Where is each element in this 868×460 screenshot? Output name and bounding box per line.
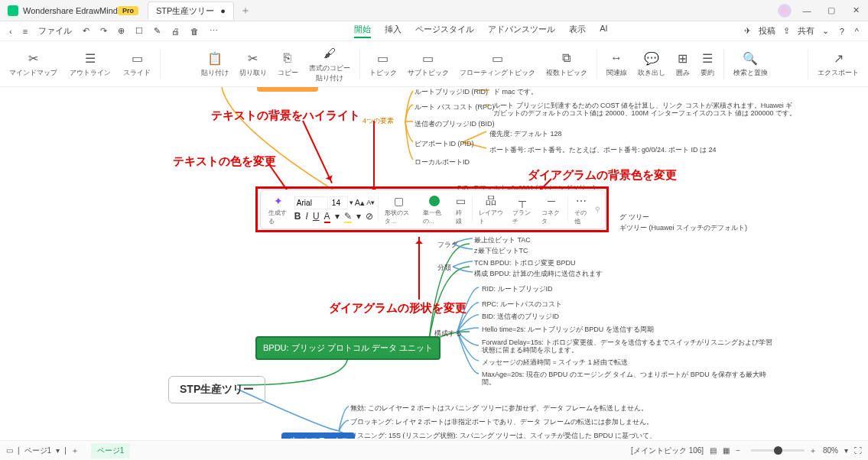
collapse-icon[interactable]: ^: [852, 25, 862, 37]
minimize-button[interactable]: —: [798, 6, 816, 15]
panel-icon[interactable]: ▭: [6, 446, 13, 455]
tool-icon[interactable]: ✎: [151, 24, 164, 37]
chevron-down-icon[interactable]: ▾: [56, 446, 60, 455]
cut-icon: ✂: [248, 50, 258, 66]
connector[interactable]: ─コネクタ: [538, 194, 564, 225]
arrow: [302, 121, 333, 183]
menu-button[interactable]: ≡: [20, 25, 31, 37]
italic-button[interactable]: I: [306, 211, 308, 223]
ribbon-formatcopy[interactable]: 🖌書式のコピー 貼り付け: [304, 45, 355, 83]
chevron-down-icon[interactable]: ⌄: [819, 24, 832, 37]
font-input[interactable]: [294, 196, 328, 209]
fullscreen-icon[interactable]: ⛶: [854, 446, 862, 455]
font-increase[interactable]: A▴: [355, 198, 365, 208]
ribbon-callout[interactable]: 💬吹き出し: [633, 50, 670, 78]
page-select[interactable]: ページ1: [24, 445, 52, 456]
branch[interactable]: ┬ブランチ: [509, 194, 535, 225]
ribbon-search[interactable]: 🔍検索と置換: [729, 50, 772, 78]
ribbon-summary[interactable]: ☰要約: [696, 50, 719, 78]
ribbon-relation[interactable]: ↔関連線: [602, 50, 632, 78]
ribbon-export[interactable]: ↗エクスポート: [813, 50, 863, 78]
ribbon-copy[interactable]: ⎘コピー: [273, 50, 303, 78]
top-node[interactable]: [257, 87, 318, 92]
document-tab[interactable]: STP生産ツリー ●: [148, 2, 234, 20]
post-label[interactable]: 投稿: [759, 25, 775, 37]
add-page[interactable]: ＋: [71, 445, 79, 456]
tool-icon[interactable]: 🗑: [187, 25, 202, 37]
ribbon-boundary[interactable]: ⊞囲み: [671, 50, 694, 78]
tool-icon[interactable]: ⋯: [206, 24, 221, 37]
ribbon-mindmap[interactable]: ✂マインドマップ: [5, 50, 62, 78]
layout[interactable]: 品レイアウト: [476, 194, 506, 225]
fontcolor-button[interactable]: A: [324, 211, 330, 223]
ribbon-cut[interactable]: ✂切り取り: [235, 50, 271, 78]
chevron-down-icon[interactable]: ▾: [349, 199, 353, 206]
underline-button[interactable]: U: [313, 211, 320, 223]
node[interactable]: 4つの要素: [362, 116, 394, 126]
maximize-button[interactable]: ▢: [822, 5, 840, 15]
ribbon-paste[interactable]: 📋貼り付け: [197, 50, 233, 78]
ribbon-subtopic[interactable]: ▭サブトピック: [403, 50, 454, 78]
tool-icon[interactable]: ☐: [132, 24, 146, 37]
share-icon[interactable]: ⇪: [780, 24, 793, 37]
page-tab[interactable]: ページ1: [91, 443, 131, 458]
zoom-in[interactable]: ＋: [809, 445, 817, 456]
zoom-out[interactable]: −: [736, 446, 740, 455]
connector-icon: ─: [548, 194, 555, 208]
tool-icon[interactable]: 🖨: [168, 25, 183, 37]
ribbon-outline[interactable]: ☰アウトライン: [65, 50, 115, 78]
tool-icon[interactable]: ⊕: [115, 24, 128, 37]
zoom-slider[interactable]: [751, 449, 805, 452]
ribbon-floating[interactable]: ▭フローティングトピック: [455, 50, 540, 78]
pin-icon[interactable]: ⚲: [595, 206, 600, 213]
port-status-node[interactable]: ポートステータス: [281, 432, 355, 439]
view-icon[interactable]: ▤: [710, 446, 717, 455]
view-icon[interactable]: ▦: [723, 446, 730, 455]
clear-format[interactable]: ⊘: [366, 211, 373, 223]
node[interactable]: フラグ: [437, 240, 458, 250]
bpdu-node[interactable]: BPDU: ブリッジ プロトコル データ ユニット: [255, 336, 441, 360]
fill-color[interactable]: 単一色の...: [420, 194, 450, 225]
node[interactable]: ルート パス コスト (RPC): [414, 102, 495, 112]
txt: 間。: [482, 377, 496, 387]
share-label[interactable]: 共有: [798, 25, 814, 37]
ribbon-topic[interactable]: ▭トピック: [365, 50, 401, 78]
node[interactable]: 分類: [437, 263, 451, 273]
post-icon[interactable]: ✈: [741, 24, 754, 37]
chevron-down-icon[interactable]: ▾: [356, 211, 361, 223]
redo-button[interactable]: ↷: [97, 24, 110, 37]
avatar[interactable]: [778, 4, 792, 18]
file-menu[interactable]: ファイル: [35, 24, 75, 38]
node[interactable]: ルートブリッジID (RID): [414, 87, 488, 97]
chevron-down-icon[interactable]: ▾: [844, 446, 848, 455]
tab-advanced[interactable]: アドバンスツール: [488, 24, 555, 38]
root-node[interactable]: STP生産ツリー: [168, 376, 265, 403]
node[interactable]: ローカルポートID: [414, 157, 470, 167]
border[interactable]: ▭枠線: [453, 194, 469, 225]
node[interactable]: ピアポートID (PID): [414, 139, 474, 149]
shape-style[interactable]: ▢形状のスタ...: [382, 194, 417, 225]
tab-view[interactable]: 表示: [569, 24, 586, 38]
ribbon-slide[interactable]: ▭スライド: [119, 50, 155, 78]
tab-pagestyle[interactable]: ページスタイル: [415, 24, 474, 38]
close-button[interactable]: ✕: [847, 5, 865, 15]
highlight-button[interactable]: ✎: [344, 211, 352, 223]
canvas[interactable]: 4つの要素 ルートブリッジID (RID) ルート パス コスト (RPC) 送…: [0, 87, 868, 439]
app-name: Wondershare EdrawMind: [23, 6, 118, 15]
tab-start[interactable]: 開始: [354, 24, 371, 38]
titlebar: Wondershare EdrawMind Pro STP生産ツリー ● ＋ —…: [0, 0, 868, 21]
more[interactable]: ⋯その他: [571, 194, 592, 225]
size-input[interactable]: [330, 196, 348, 209]
help-icon[interactable]: ?: [837, 25, 847, 37]
ribbon-multi[interactable]: ⧉複数トピック: [541, 50, 592, 78]
chevron-down-icon[interactable]: ▾: [335, 211, 340, 223]
node[interactable]: 送信者のブリッジID (BID): [414, 119, 495, 129]
undo-button[interactable]: ↶: [80, 24, 93, 37]
font-decrease[interactable]: A▾: [366, 199, 375, 206]
tab-ai[interactable]: AI: [600, 24, 607, 38]
bold-button[interactable]: B: [294, 211, 301, 223]
back-button[interactable]: ‹: [6, 25, 15, 37]
tab-insert[interactable]: 挿入: [385, 24, 401, 38]
tab-add[interactable]: ＋: [240, 4, 251, 18]
ai-generate[interactable]: ✦生成する: [265, 194, 291, 225]
